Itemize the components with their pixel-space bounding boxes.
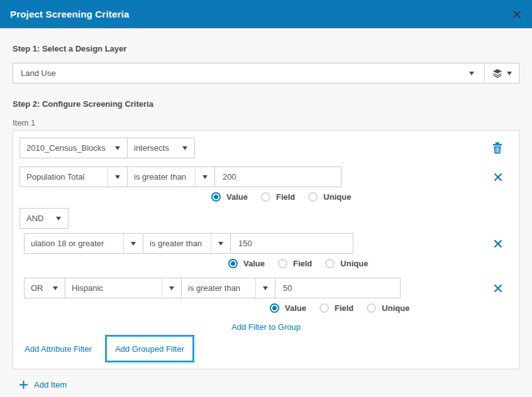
trash-icon xyxy=(492,142,502,154)
remove-filter3-button[interactable] xyxy=(494,284,502,293)
remove-filter1-button[interactable] xyxy=(494,173,502,182)
chevron-down-icon xyxy=(263,286,268,290)
filter2-value-input[interactable] xyxy=(230,233,353,254)
add-grouped-filter-link[interactable]: Add Grouped Filter xyxy=(115,344,184,354)
chevron-down-icon xyxy=(218,242,223,246)
filter2-field-dropdown[interactable]: ulation 18 or greater xyxy=(24,233,143,254)
radio-field-label: Field xyxy=(276,192,295,202)
chevron-down-icon xyxy=(115,175,120,179)
group-connector-dropdown[interactable]: AND xyxy=(19,208,69,229)
layers-icon xyxy=(492,68,502,79)
grouped-filter-row: OR Hispanic is greater than xyxy=(24,278,513,298)
grouped-filter-row: ulation 18 or greater is greater than xyxy=(24,233,513,254)
filter1-field-value: Population Total xyxy=(20,172,108,182)
close-icon xyxy=(494,173,502,182)
dialog-header: Project Screening Criteria xyxy=(0,0,532,28)
filter1-value-type-group: Value Field Unique xyxy=(211,190,513,203)
filter3-field-dropdown[interactable]: Hispanic xyxy=(65,278,182,298)
design-layer-select[interactable]: Land Use xyxy=(13,63,519,84)
radio-value-label: Value xyxy=(226,192,248,202)
filter3-operator-dropdown[interactable]: is greater than xyxy=(181,278,275,298)
chevron-down-icon xyxy=(56,217,61,220)
layer-options-button[interactable] xyxy=(485,68,519,79)
chevron-down-icon xyxy=(53,286,58,290)
filter2-value-type-group: Value Field Unique xyxy=(228,257,513,269)
filter1-value-input[interactable] xyxy=(214,166,341,187)
radio-unique-label: Unique xyxy=(323,192,351,202)
radio-unique-label: Unique xyxy=(382,303,409,313)
filter1-operator-dropdown[interactable]: is greater than xyxy=(127,166,215,187)
radio-unique[interactable] xyxy=(308,192,318,202)
close-button[interactable] xyxy=(512,9,522,19)
filter-actions-row: Add Attribute Filter Add Grouped Filter xyxy=(19,335,513,362)
target-layer-value: 2010_Census_Blocks xyxy=(20,143,108,153)
chevron-down-icon xyxy=(182,146,187,150)
spatial-filter-row: 2010_Census_Blocks intersects xyxy=(19,138,513,158)
filter2-operator-dropdown[interactable]: is greater than xyxy=(143,233,231,254)
remove-filter2-button[interactable] xyxy=(494,239,502,248)
spatial-operator-value: intersects xyxy=(128,143,175,153)
radio-value-selected[interactable] xyxy=(211,192,221,202)
radio-unique[interactable] xyxy=(325,259,335,268)
item-label: Item 1 xyxy=(13,118,519,128)
radio-unique[interactable] xyxy=(367,303,376,313)
add-filter-to-group-row: Add Filter to Group xyxy=(19,321,513,332)
add-item-button[interactable]: Add Item xyxy=(19,380,519,389)
close-icon xyxy=(494,239,502,248)
target-layer-dropdown[interactable]: 2010_Census_Blocks xyxy=(19,138,128,158)
filter3-operator-value: is greater than xyxy=(182,283,255,293)
add-attribute-filter-link[interactable]: Add Attribute Filter xyxy=(25,344,92,354)
filter2-operator-value: is greater than xyxy=(143,239,211,248)
chevron-down-icon xyxy=(169,286,174,290)
radio-field[interactable] xyxy=(261,192,270,202)
filter3-value-input[interactable] xyxy=(275,278,401,298)
add-filter-to-group-link[interactable]: Add Filter to Group xyxy=(231,322,301,332)
radio-value-selected[interactable] xyxy=(228,259,238,268)
radio-field[interactable] xyxy=(278,259,287,268)
chevron-down-icon xyxy=(507,72,512,75)
item-panel: 2010_Census_Blocks intersects xyxy=(13,130,519,369)
step2-label: Step 2: Configure Screening Criteria xyxy=(13,99,519,109)
radio-field-label: Field xyxy=(335,303,353,313)
radio-unique-label: Unique xyxy=(340,259,368,268)
add-grouped-filter-highlight: Add Grouped Filter xyxy=(105,335,194,362)
radio-value-selected[interactable] xyxy=(270,303,279,313)
filter1-operator-value: is greater than xyxy=(128,172,195,182)
filter3-value-type-group: Value Field Unique xyxy=(270,302,513,314)
delete-item-button[interactable] xyxy=(492,142,502,154)
chevron-down-icon xyxy=(202,175,208,179)
group-connector-value: AND xyxy=(20,214,49,223)
filter3-connector-dropdown[interactable]: OR xyxy=(24,278,65,298)
filter1-field-dropdown[interactable]: Population Total xyxy=(19,166,128,187)
filter3-field-value: Hispanic xyxy=(65,283,162,293)
filter2-field-value: ulation 18 or greater xyxy=(25,239,123,248)
step1-label: Step 1: Select a Design Layer xyxy=(13,44,519,53)
radio-value-label: Value xyxy=(243,259,265,268)
close-icon xyxy=(512,9,522,19)
chevron-down-icon xyxy=(469,72,474,75)
radio-field-label: Field xyxy=(293,259,312,268)
chevron-down-icon xyxy=(131,242,136,246)
dialog-title: Project Screening Criteria xyxy=(10,9,129,19)
attribute-filter-row: Population Total is greater than xyxy=(19,166,513,187)
filter3-connector-value: OR xyxy=(25,283,46,293)
spatial-operator-dropdown[interactable]: intersects xyxy=(127,138,195,158)
chevron-down-icon xyxy=(115,146,120,150)
radio-value-label: Value xyxy=(285,303,306,313)
close-icon xyxy=(494,284,502,293)
group-connector-row: AND xyxy=(19,208,513,229)
design-layer-value: Land Use xyxy=(13,68,469,78)
plus-icon xyxy=(19,380,28,389)
radio-field[interactable] xyxy=(319,303,329,313)
add-item-label: Add Item xyxy=(34,380,67,389)
